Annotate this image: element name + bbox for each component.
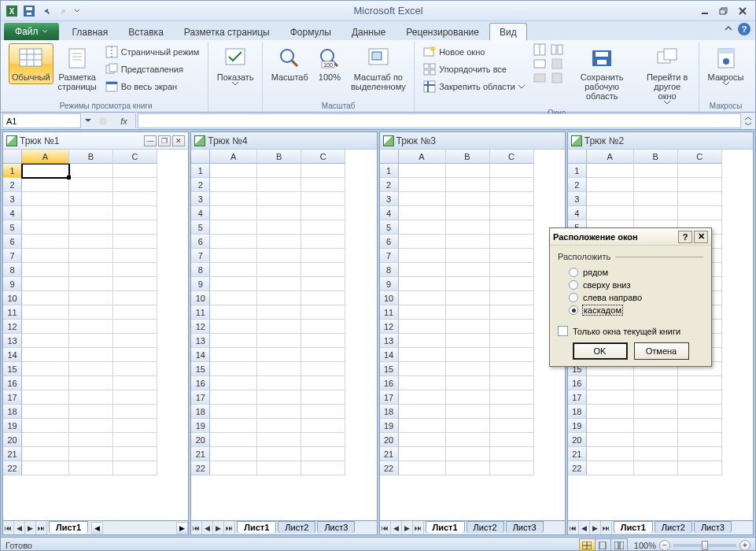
cell[interactable] <box>446 206 490 220</box>
cell[interactable] <box>446 447 490 461</box>
cell[interactable] <box>257 447 301 461</box>
sheet-tab[interactable]: Лист1 <box>426 521 465 533</box>
cell[interactable] <box>446 164 490 178</box>
normal-view-button[interactable]: Обычный <box>9 43 53 84</box>
cell[interactable] <box>113 419 157 433</box>
cell[interactable] <box>257 348 301 362</box>
row-header[interactable]: 7 <box>191 249 210 263</box>
sheet-nav-arrow[interactable]: ◀ <box>202 521 213 534</box>
cell[interactable] <box>634 447 678 461</box>
cell[interactable] <box>69 164 113 178</box>
page-break-button[interactable]: Страничный режим <box>101 43 204 61</box>
cell[interactable] <box>490 334 534 348</box>
cell[interactable] <box>301 178 345 192</box>
cell[interactable] <box>446 305 490 320</box>
cell[interactable] <box>22 235 69 249</box>
column-header[interactable]: B <box>257 150 301 164</box>
column-header[interactable]: C <box>678 150 722 164</box>
row-header[interactable]: 8 <box>380 263 399 277</box>
cell[interactable] <box>587 164 634 178</box>
cell[interactable] <box>113 263 157 277</box>
normal-shortcut[interactable] <box>580 539 596 552</box>
column-header[interactable]: A <box>22 150 69 164</box>
row-header[interactable]: 7 <box>380 249 399 263</box>
sheet-tab[interactable]: Лист1 <box>237 521 276 533</box>
column-header[interactable]: A <box>210 150 257 164</box>
ribbon-tab-6[interactable]: Вид <box>489 23 527 40</box>
cell[interactable] <box>490 348 534 362</box>
cell[interactable] <box>587 192 634 206</box>
cell[interactable] <box>69 249 113 263</box>
cell[interactable] <box>113 178 157 192</box>
cell[interactable] <box>399 220 446 235</box>
cell[interactable] <box>22 433 69 447</box>
checkbox-icon[interactable] <box>558 326 568 336</box>
row-header[interactable]: 22 <box>3 461 22 475</box>
select-all-corner[interactable] <box>380 150 399 164</box>
ribbon-minimize-icon[interactable] <box>722 23 735 35</box>
cell[interactable] <box>446 461 490 475</box>
cell[interactable] <box>69 405 113 419</box>
cell[interactable] <box>22 390 69 405</box>
cell[interactable] <box>399 362 446 376</box>
cell[interactable] <box>490 447 534 461</box>
row-header[interactable]: 15 <box>3 362 22 376</box>
sheet-nav-arrow[interactable]: ⏮ <box>380 521 391 534</box>
cell[interactable] <box>490 305 534 320</box>
cancel-button[interactable]: Отмена <box>634 342 689 360</box>
cell[interactable] <box>301 348 345 362</box>
cell[interactable] <box>257 235 301 249</box>
cell[interactable] <box>113 447 157 461</box>
row-header[interactable]: 20 <box>568 433 587 447</box>
sheet-nav-arrow[interactable]: ⏮ <box>3 521 14 534</box>
cell[interactable] <box>210 291 257 305</box>
cell[interactable] <box>113 291 157 305</box>
cell[interactable] <box>69 305 113 320</box>
row-header[interactable]: 5 <box>3 220 22 235</box>
row-header[interactable]: 21 <box>3 447 22 461</box>
sheet-tab[interactable]: Лист3 <box>694 521 732 533</box>
cell[interactable] <box>22 348 69 362</box>
cell[interactable] <box>113 334 157 348</box>
cell[interactable] <box>490 320 534 334</box>
cell[interactable] <box>399 461 446 475</box>
cell[interactable] <box>22 220 69 235</box>
sheet-nav-arrow[interactable]: ⏮ <box>191 521 202 534</box>
zoom-out-button[interactable]: − <box>659 540 670 551</box>
cell[interactable] <box>634 461 678 475</box>
cell[interactable] <box>257 405 301 419</box>
view-side-icon[interactable] <box>551 43 563 56</box>
cell[interactable] <box>210 178 257 192</box>
cell[interactable] <box>446 220 490 235</box>
cell[interactable] <box>113 433 157 447</box>
formula-bar-expand[interactable] <box>743 113 754 128</box>
cell[interactable] <box>113 362 157 376</box>
cell[interactable] <box>587 178 634 192</box>
row-header[interactable]: 1 <box>191 164 210 178</box>
cell[interactable] <box>301 362 345 376</box>
cell[interactable] <box>399 433 446 447</box>
row-header[interactable]: 1 <box>380 164 399 178</box>
row-header[interactable]: 4 <box>3 206 22 220</box>
cell[interactable] <box>210 235 257 249</box>
column-header[interactable]: A <box>399 150 446 164</box>
cell[interactable] <box>587 433 634 447</box>
cell[interactable] <box>257 277 301 291</box>
cell[interactable] <box>210 419 257 433</box>
cell[interactable] <box>113 405 157 419</box>
sheet-tab[interactable]: Лист1 <box>614 521 653 533</box>
cell[interactable] <box>490 206 534 220</box>
cell[interactable] <box>587 376 634 390</box>
cell[interactable] <box>210 433 257 447</box>
cell[interactable] <box>446 277 490 291</box>
current-book-checkbox-row[interactable]: Только окна текущей книги <box>558 323 703 342</box>
full-screen-button[interactable]: Во весь экран <box>101 78 204 95</box>
cell[interactable] <box>399 447 446 461</box>
row-header[interactable]: 11 <box>380 305 399 320</box>
column-header[interactable]: B <box>634 150 678 164</box>
cell[interactable] <box>490 178 534 192</box>
cell[interactable] <box>490 461 534 475</box>
cell[interactable] <box>210 390 257 405</box>
cell[interactable] <box>22 405 69 419</box>
cell[interactable] <box>490 192 534 206</box>
